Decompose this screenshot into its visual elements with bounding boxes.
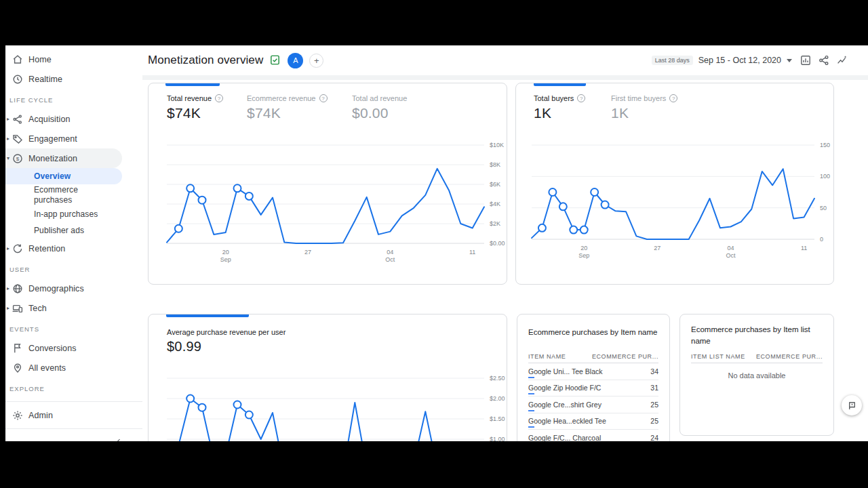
flag-icon (12, 342, 24, 354)
sidebar-nav: HomeRealtimeLIFE CYCLE▸Acquisition▸Engag… (5, 45, 142, 441)
sidebar-item-label: Monetization (28, 154, 77, 163)
sidebar-item-all-events[interactable]: All events (5, 358, 142, 378)
collapse-sidebar-icon (114, 437, 123, 441)
sidebar-item-overview[interactable]: Overview (5, 168, 122, 184)
total-revenue-chart[interactable]: $0.00$2K$4K$6K$8K$10K20Sep2704Oct11 (149, 83, 508, 285)
insights-icon[interactable] (836, 54, 848, 66)
sidebar-item-tech[interactable]: ▸Tech (5, 298, 142, 318)
column-header-ecommerce-purchases[interactable]: ECOMMERCE PUR... (592, 353, 658, 360)
sidebar-item-label: Ecommerce purchases (34, 185, 110, 205)
chevron-right-icon[interactable]: ▸ (5, 285, 12, 291)
svg-text:$8K: $8K (490, 161, 500, 168)
svg-text:27: 27 (304, 249, 311, 256)
sidebar-item-label: Conversions (28, 344, 77, 353)
chevron-right-icon[interactable]: ▸ (5, 116, 12, 122)
sidebar-item-admin[interactable]: Admin (5, 405, 142, 425)
collapse-sidebar-button[interactable] (5, 432, 142, 441)
report-status-icon[interactable] (269, 54, 281, 66)
card-title: Ecommerce purchases by Item name (528, 327, 664, 338)
sidebar-section-label: LIFE CYCLE (5, 90, 142, 109)
no-data-message: No data available (680, 371, 833, 380)
sidebar-item-monetization[interactable]: ▾$Monetization (5, 148, 122, 168)
chevron-right-icon[interactable]: ▸ (5, 136, 12, 142)
svg-text:11: 11 (801, 245, 807, 251)
svg-text:04: 04 (727, 245, 734, 251)
sidebar-item-home[interactable]: Home (5, 49, 142, 69)
sidebar-divider (5, 428, 142, 429)
svg-text:20: 20 (222, 249, 229, 256)
avatar[interactable]: A (288, 53, 303, 68)
column-header-item-list-name[interactable]: ITEM LIST NAME (691, 353, 745, 360)
feedback-flag-icon (847, 401, 857, 411)
sidebar-item-publisher-ads[interactable]: Publisher ads (5, 222, 142, 239)
column-header-item-name[interactable]: ITEM NAME (528, 353, 566, 360)
sidebar-item-engagement[interactable]: ▸Engagement (5, 129, 142, 148)
avg-purchase-revenue-chart[interactable]: $0.00$0.50$1.00$1.50$2.00$2.5020Sep2704O… (149, 314, 508, 441)
customize-report-button[interactable] (800, 54, 812, 66)
svg-text:$6K: $6K (490, 181, 500, 188)
monetization-icon: $ (12, 152, 24, 165)
mini-bar (528, 393, 534, 394)
chevron-down-icon[interactable]: ▾ (5, 155, 12, 161)
sidebar-item-conversions[interactable]: Conversions (5, 338, 142, 358)
purchases-value-cell: 25 (650, 401, 658, 409)
share-icon[interactable] (818, 54, 830, 66)
report-header: Monetization overview A + Last 28 days S… (142, 45, 868, 75)
sidebar-item-acquisition[interactable]: ▸Acquisition (5, 109, 142, 129)
acquisition-icon (12, 113, 24, 125)
item-name-cell: Google F/C... Charcoal (528, 434, 601, 441)
mini-bar (528, 426, 534, 428)
sidebar-item-in-app-purchases[interactable]: In-app purchases (5, 206, 142, 222)
purchases-value-cell: 34 (650, 367, 658, 375)
svg-text:20: 20 (580, 245, 587, 251)
home-icon (12, 54, 24, 66)
svg-text:Sep: Sep (578, 252, 589, 259)
sidebar-item-label: Retention (28, 244, 65, 253)
date-range-selector[interactable]: Last 28 days Sep 15 - Oct 12, 2020 (652, 45, 792, 75)
total-buyers-card: Total buyers? 1K First time buyers? 1K 0… (515, 83, 834, 285)
sidebar-item-label: Realtime (28, 75, 62, 84)
sidebar-item-realtime[interactable]: Realtime (5, 69, 142, 89)
feedback-button[interactable] (842, 395, 862, 415)
column-header-ecommerce-purchases[interactable]: ECOMMERCE PUR... (756, 353, 823, 360)
engagement-icon (12, 133, 24, 145)
table-row: Google F/C... Charcoal24 (528, 430, 658, 441)
retention-icon (12, 243, 24, 255)
gear-icon (12, 409, 24, 422)
add-comparison-button[interactable]: + (309, 54, 323, 68)
sidebar-item-label: Tech (28, 304, 47, 313)
svg-text:150: 150 (820, 142, 830, 148)
svg-text:$1.50: $1.50 (490, 415, 505, 422)
sidebar-item-ecommerce-purchases[interactable]: Ecommerce purchases (5, 184, 142, 206)
ecommerce-purchases-by-item-name-card: Ecommerce purchases by Item name ITEM NA… (517, 314, 670, 441)
svg-text:Oct: Oct (385, 256, 395, 263)
table-row: Google Uni... Tee Black34 (528, 363, 658, 380)
item-name-cell: Google Uni... Tee Black (528, 367, 603, 375)
svg-text:$2.00: $2.00 (490, 395, 505, 402)
svg-text:100: 100 (820, 173, 830, 180)
sidebar-section-label: USER (5, 260, 142, 279)
total-revenue-card: Total revenue? $74K Ecommerce revenue? $… (148, 83, 507, 285)
sidebar-item-label: Overview (34, 171, 110, 182)
sidebar-divider (5, 401, 142, 402)
total-buyers-chart[interactable]: 05010015020Sep2704Oct11 (516, 83, 835, 285)
sidebar-item-label: Acquisition (28, 115, 71, 124)
chevron-down-icon (787, 59, 792, 62)
sidebar-item-retention[interactable]: ▸Retention (5, 239, 142, 258)
ecommerce-purchases-by-item-list-name-card: Ecommerce purchases by Item list name IT… (679, 314, 834, 436)
purchases-value-cell: 25 (650, 417, 658, 425)
sidebar-item-demographics[interactable]: ▸Demographics (5, 279, 142, 298)
svg-text:50: 50 (820, 205, 827, 211)
chevron-right-icon[interactable]: ▸ (5, 245, 12, 251)
svg-text:$1.00: $1.00 (490, 436, 505, 441)
mini-bar (528, 377, 534, 378)
mini-bar (528, 410, 534, 411)
svg-text:11: 11 (469, 249, 475, 256)
sidebar-item-label: Admin (28, 411, 53, 420)
chevron-right-icon[interactable]: ▸ (5, 305, 12, 311)
sidebar-item-label: All events (28, 363, 66, 373)
sidebar-item-label: In-app purchases (34, 209, 110, 220)
svg-text:$: $ (16, 155, 20, 161)
clock-icon (12, 73, 24, 85)
svg-text:$4K: $4K (490, 201, 500, 207)
